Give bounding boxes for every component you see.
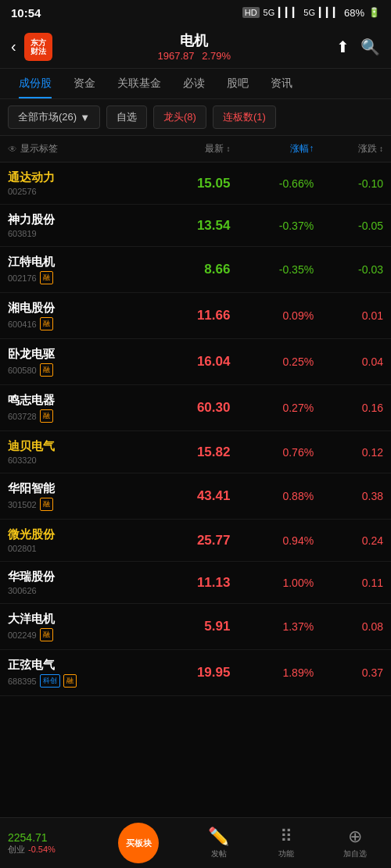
stock-change-val: 0.38 <box>314 490 383 502</box>
stock-row[interactable]: 华阳智能 301502 融 43.41 0.88% 0.38 <box>0 473 391 520</box>
stock-info: 卧龙电驱 600580 融 <box>8 347 147 377</box>
battery-text: 68% <box>344 7 364 19</box>
buy-btn-label: 买板块 <box>126 838 152 848</box>
stock-list: 通达动力 002576 15.05 -0.66% -0.10 神力股份 6038… <box>0 163 391 696</box>
back-button[interactable]: ‹ <box>11 38 16 55</box>
stock-row[interactable]: 迪贝电气 603320 15.82 0.76% 0.12 <box>0 431 391 473</box>
stock-row[interactable]: 卧龙电驱 600580 融 16.04 0.25% 0.04 <box>0 339 391 385</box>
watchlist-filter[interactable]: 自选 <box>106 105 147 129</box>
stock-price: 15.05 <box>147 176 231 191</box>
header: ‹ 东方财法 电机 1967.87 2.79% ⬆ 🔍 <box>0 25 391 69</box>
stock-name: 大洋电机 <box>8 612 147 627</box>
stock-row[interactable]: 湘电股份 600416 融 11.66 0.09% 0.01 <box>0 293 391 339</box>
stock-code-line: 688395 科创融 <box>8 674 147 688</box>
th-change-pct[interactable]: 涨幅↑ <box>230 142 314 155</box>
stock-row[interactable]: 大洋电机 002249 融 5.91 1.37% 0.08 <box>0 604 391 650</box>
th-label-text: 显示标签 <box>20 142 58 155</box>
stock-row[interactable]: 微光股份 002801 25.77 0.94% 0.24 <box>0 520 391 562</box>
tab-zixun[interactable]: 资讯 <box>260 69 303 98</box>
stock-row[interactable]: 通达动力 002576 15.05 -0.66% -0.10 <box>0 163 391 205</box>
stock-change-val: 0.01 <box>314 309 383 322</box>
stock-code: 301502 <box>8 500 37 509</box>
stock-change-pct: -0.66% <box>230 177 314 190</box>
th-change-pct-text: 涨幅↑ <box>290 142 314 155</box>
bottom-center: 买板块 ✏️ 发帖 ⠿ 功能 ⊕ 加自选 <box>94 823 391 863</box>
search-button[interactable]: 🔍 <box>361 38 380 56</box>
stock-info: 大洋电机 002249 融 <box>8 612 147 641</box>
stock-change-val: 0.37 <box>314 666 383 679</box>
bottom-index-change: -0.54% <box>28 845 56 854</box>
stock-price: 16.04 <box>147 354 231 370</box>
stock-info: 华瑞股份 300626 <box>8 570 147 595</box>
stock-code-line: 603819 <box>8 229 147 238</box>
stock-change-pct: 0.76% <box>230 446 314 459</box>
share-button[interactable]: ⬆ <box>336 38 350 56</box>
stock-price: 11.13 <box>147 575 231 591</box>
th-label: 👁 显示标签 <box>8 142 147 155</box>
stock-code: 603728 <box>8 412 37 421</box>
bottom-bar: 2254.71 创业 -0.54% 买板块 ✏️ 发帖 ⠿ 功能 ⊕ 加自选 <box>0 817 391 868</box>
market-filter[interactable]: 全部市场(26) ▼ <box>8 105 100 129</box>
stock-row[interactable]: 华瑞股份 300626 11.13 1.00% 0.11 <box>0 562 391 604</box>
stock-row[interactable]: 正弦电气 688395 科创融 19.95 1.89% 0.37 <box>0 650 391 696</box>
stock-change-val: -0.03 <box>314 263 383 276</box>
stock-change-val: -0.05 <box>314 220 383 232</box>
tab-guba[interactable]: 股吧 <box>216 69 260 98</box>
consecutive-label: 连板数(1) <box>223 110 266 124</box>
stock-code-line: 300626 <box>8 586 147 595</box>
stock-code: 002176 <box>8 273 37 283</box>
status-time: 10:54 <box>11 6 41 20</box>
stock-code: 603819 <box>8 229 37 238</box>
stock-name: 鸣志电器 <box>8 393 147 408</box>
stock-price: 15.82 <box>147 445 231 460</box>
stock-info: 正弦电气 688395 科创融 <box>8 658 147 688</box>
status-bar: 10:54 HD 5G ▎▎▎ 5G ▎▎▎ 68% 🔋 <box>0 0 391 25</box>
th-change-val[interactable]: 涨跌 ↕ <box>314 142 383 155</box>
stock-change-pct: -0.37% <box>230 220 314 232</box>
badge-rong: 融 <box>40 498 53 511</box>
stock-change-pct: 1.37% <box>230 620 314 633</box>
tab-bidu[interactable]: 必读 <box>172 69 216 98</box>
stock-change-pct: 1.89% <box>230 666 314 679</box>
post-icon: ✏️ <box>208 827 229 847</box>
5g-icon: 5G <box>264 8 275 17</box>
page-title: 电机 <box>60 31 328 50</box>
badge-rong: 融 <box>40 317 53 330</box>
post-button[interactable]: ✏️ 发帖 <box>208 827 229 859</box>
header-price: 1967.87 <box>158 50 195 62</box>
stock-change-pct: 0.27% <box>230 402 314 414</box>
stock-price: 5.91 <box>147 619 231 634</box>
add-watchlist-button[interactable]: ⊕ 加自选 <box>343 827 367 859</box>
stock-info: 迪贝电气 603320 <box>8 439 147 465</box>
stock-code-line: 600580 融 <box>8 363 147 377</box>
stock-row[interactable]: 神力股份 603819 13.54 -0.37% -0.05 <box>0 205 391 247</box>
th-price-text: 最新 <box>205 142 224 155</box>
leader-label: 龙头(8) <box>163 110 196 124</box>
table-header: 👁 显示标签 最新 ↕ 涨幅↑ 涨跌 ↕ <box>0 136 391 163</box>
stock-name: 通达动力 <box>8 170 147 185</box>
tab-zijin[interactable]: 资金 <box>63 69 106 98</box>
buy-button[interactable]: 买板块 <box>118 823 159 863</box>
dropdown-icon: ▼ <box>80 112 90 123</box>
th-price[interactable]: 最新 ↕ <box>147 142 231 155</box>
func-button[interactable]: ⠿ 功能 <box>278 827 294 859</box>
stock-change-pct: 0.09% <box>230 309 314 322</box>
stock-info: 湘电股份 600416 融 <box>8 301 147 330</box>
buy-btn-circle[interactable]: 买板块 <box>118 823 159 863</box>
func-icon: ⠿ <box>280 827 292 847</box>
leader-filter[interactable]: 龙头(8) <box>153 105 206 129</box>
stock-change-pct: 0.88% <box>230 490 314 502</box>
stock-change-pct: 0.94% <box>230 534 314 547</box>
func-label: 功能 <box>278 848 294 859</box>
stock-row[interactable]: 江特电机 002176 融 8.66 -0.35% -0.03 <box>0 247 391 293</box>
badge-rong: 融 <box>40 271 53 284</box>
tab-guanlian[interactable]: 关联基金 <box>106 69 172 98</box>
eye-icon: 👁 <box>8 144 17 155</box>
5g-icon-2: 5G <box>303 8 315 17</box>
logo-text: 东方财法 <box>30 38 46 55</box>
consecutive-filter[interactable]: 连板数(1) <box>213 105 276 129</box>
stock-change-val: 0.12 <box>314 446 383 459</box>
market-filter-label: 全部市场(26) <box>18 110 77 124</box>
tab-chenfen[interactable]: 成份股 <box>8 69 63 98</box>
stock-row[interactable]: 鸣志电器 603728 融 60.30 0.27% 0.16 <box>0 385 391 431</box>
